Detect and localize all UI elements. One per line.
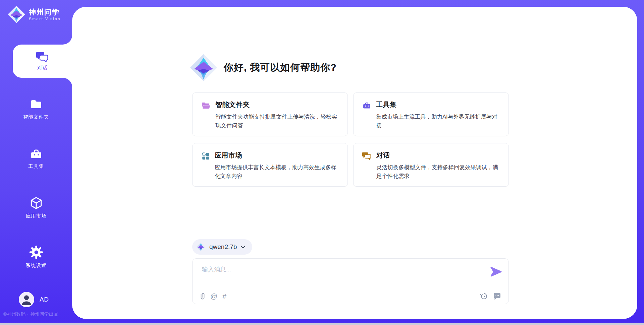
sidebar-item-toolbox[interactable]: 工具集 bbox=[0, 147, 72, 170]
sidebar-item-label: 应用市场 bbox=[0, 213, 72, 219]
user-name: AD bbox=[40, 296, 49, 303]
model-selector[interactable]: qwen2:7b bbox=[192, 239, 252, 255]
at-icon: @ bbox=[210, 292, 217, 300]
sidebar-footer: ©神州数码 · 神州问学出品 bbox=[3, 311, 58, 317]
hashtag-button[interactable]: # bbox=[222, 292, 226, 300]
sidebar-item-app-market[interactable]: 应用市场 bbox=[0, 196, 72, 219]
folder-icon bbox=[29, 98, 43, 112]
main-panel: 你好, 我可以如何帮助你? 智能文件夹 智能文件夹功能支持批量文件上传与清洗，轻… bbox=[72, 7, 637, 319]
gem-logo-icon bbox=[196, 242, 206, 252]
cube-icon bbox=[29, 196, 44, 210]
toolbox-icon bbox=[362, 101, 371, 110]
card-description: 应用市场提供丰富长文本模板，助力高效生成多样化文章内容 bbox=[215, 163, 339, 180]
card-title: 工具集 bbox=[376, 100, 500, 109]
chat-bubbles-icon bbox=[362, 152, 372, 160]
sidebar-item-label: 系统设置 bbox=[0, 262, 72, 269]
card-smart-folder[interactable]: 智能文件夹 智能文件夹功能支持批量文件上传与清洗，轻松实现文件问答 bbox=[192, 92, 348, 136]
toolbox-icon bbox=[29, 147, 43, 161]
user-account[interactable]: AD bbox=[19, 292, 49, 307]
person-icon bbox=[19, 292, 34, 307]
chat-bubbles-icon bbox=[36, 51, 49, 62]
composer-divider bbox=[198, 287, 503, 287]
message-input[interactable] bbox=[201, 263, 484, 275]
message-composer: @ # bbox=[192, 258, 509, 304]
sidebar-item-chat[interactable]: 对话 bbox=[13, 45, 72, 78]
window-bottom-edge bbox=[0, 323, 644, 325]
model-name: qwen2:7b bbox=[209, 243, 237, 251]
greeting-text: 你好, 我可以如何帮助你? bbox=[224, 61, 337, 74]
composer-tools-right bbox=[480, 292, 501, 300]
paperclip-icon bbox=[200, 292, 205, 300]
sidebar-item-label: 工具集 bbox=[0, 163, 72, 170]
gem-logo-icon bbox=[7, 5, 25, 23]
composer-tools-left: @ # bbox=[200, 292, 226, 300]
app-root: { "brand": { "name": "神州问学", "subtitle":… bbox=[0, 0, 644, 325]
card-title: 智能文件夹 bbox=[215, 100, 339, 109]
sidebar-item-label: 智能文件夹 bbox=[0, 114, 72, 120]
grid-icon bbox=[201, 152, 210, 160]
sidebar-item-label: 对话 bbox=[37, 65, 48, 71]
brand-subtitle: Smart Vision bbox=[29, 17, 61, 21]
gem-logo-icon bbox=[190, 54, 218, 82]
history-icon bbox=[480, 292, 488, 300]
gear-icon bbox=[29, 245, 44, 260]
mention-button[interactable]: @ bbox=[210, 292, 217, 300]
brand-name: 神州问学 bbox=[29, 8, 61, 16]
hash-icon: # bbox=[222, 292, 226, 300]
send-icon bbox=[490, 267, 502, 277]
avatar[interactable] bbox=[19, 292, 34, 307]
card-description: 灵活切换多模型文件，支持多样回复效果调试，满足个性化需求 bbox=[376, 163, 500, 180]
greeting: 你好, 我可以如何帮助你? bbox=[190, 54, 337, 82]
comment-icon bbox=[493, 292, 501, 300]
card-title: 对话 bbox=[376, 151, 500, 160]
send-button[interactable] bbox=[490, 267, 502, 277]
history-button[interactable] bbox=[480, 292, 488, 300]
attach-file-button[interactable] bbox=[200, 292, 205, 300]
feature-cards: 智能文件夹 智能文件夹功能支持批量文件上传与清洗，轻松实现文件问答 工具集 集成… bbox=[192, 92, 509, 187]
sidebar-item-settings[interactable]: 系统设置 bbox=[0, 245, 72, 269]
comments-button[interactable] bbox=[493, 292, 501, 300]
chevron-down-icon bbox=[240, 245, 246, 249]
card-description: 智能文件夹功能支持批量文件上传与清洗，轻松实现文件问答 bbox=[215, 112, 339, 130]
card-description: 集成市场上主流工具，助力AI与外界无缝扩展与对接 bbox=[376, 112, 500, 130]
card-toolbox[interactable]: 工具集 集成市场上主流工具，助力AI与外界无缝扩展与对接 bbox=[353, 92, 509, 136]
card-app-market[interactable]: 应用市场 应用市场提供丰富长文本模板，助力高效生成多样化文章内容 bbox=[192, 143, 348, 187]
folder-open-icon bbox=[201, 101, 211, 110]
sidebar-item-smart-folder[interactable]: 智能文件夹 bbox=[0, 98, 72, 120]
card-chat[interactable]: 对话 灵活切换多模型文件，支持多样回复效果调试，满足个性化需求 bbox=[353, 143, 509, 187]
card-title: 应用市场 bbox=[215, 151, 339, 160]
brand-logo: 神州问学 Smart Vision bbox=[7, 5, 61, 23]
